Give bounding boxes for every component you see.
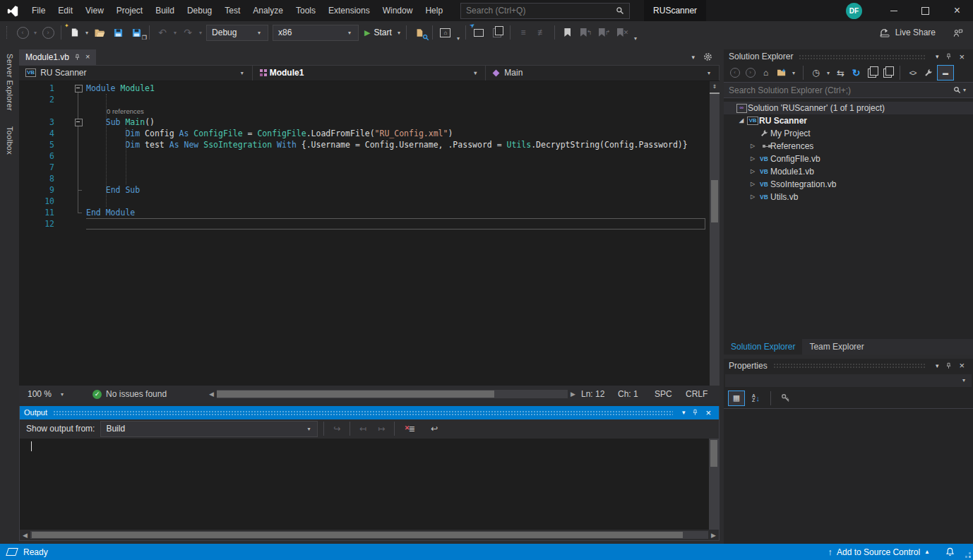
collapsed-arrow-icon[interactable]: ▷ — [748, 156, 758, 162]
solution-platform-combo[interactable]: x86 ▾ — [273, 25, 359, 41]
show-all-files-button[interactable]: ▬ — [937, 65, 954, 81]
code-line-6[interactable] — [86, 150, 720, 162]
redo-dropdown[interactable]: ▾ — [197, 30, 204, 36]
sidebar-tab-toolbox[interactable]: Toolbox — [6, 126, 14, 155]
close-button[interactable]: × — [941, 0, 973, 21]
menu-build[interactable]: Build — [149, 0, 181, 21]
copy-selection-button[interactable] — [488, 24, 506, 41]
save-all-button[interactable]: ❐ — [127, 24, 145, 41]
window-position-dropdown[interactable]: ▾ — [932, 362, 943, 369]
goto-source-button[interactable]: ↪ — [328, 420, 346, 437]
view-code-button[interactable]: <> — [906, 66, 919, 80]
solution-configuration-combo[interactable]: Debug ▾ — [206, 25, 268, 41]
previous-bookmark-button[interactable]: ↰ — [577, 24, 595, 41]
zoom-combo[interactable]: 100 % ▾ — [19, 389, 73, 399]
expanded-arrow-icon[interactable]: ◢ — [736, 118, 746, 124]
solution-explorer-search-input[interactable]: Search Solution Explorer (Ctrl+;) ▾ — [724, 82, 973, 98]
pin-icon[interactable] — [74, 54, 80, 61]
tree-item-references[interactable]: ▷References — [724, 140, 973, 153]
editor-options-gear-icon[interactable] — [703, 52, 712, 61]
menu-edit[interactable]: Edit — [52, 0, 79, 21]
document-tab-module1[interactable]: Module1.vb × — [19, 49, 96, 65]
menu-project[interactable]: Project — [110, 0, 149, 21]
code-line-5[interactable]: Dim test As New SsoIntegration With {.Us… — [86, 139, 720, 150]
pin-icon[interactable] — [942, 362, 955, 369]
scrollbar-thumb[interactable] — [32, 532, 683, 538]
search-input[interactable]: Search (Ctrl+Q) — [460, 3, 630, 19]
pin-icon[interactable] — [942, 53, 955, 60]
line-indicator[interactable]: Ln: 12 — [581, 389, 618, 399]
output-title-bar[interactable]: Output ▾ × — [20, 406, 719, 419]
undo-dropdown[interactable]: ▾ — [172, 30, 179, 36]
menu-debug[interactable]: Debug — [181, 0, 218, 21]
tab-team-explorer[interactable]: Team Explorer — [802, 339, 871, 355]
notifications-bell-icon[interactable] — [945, 547, 955, 556]
code-line-2[interactable] — [86, 94, 720, 105]
next-message-button[interactable]: ↦ — [372, 420, 390, 437]
se-home-button[interactable]: ⌂ — [759, 66, 772, 80]
navigate-forward-button[interactable]: › — [39, 24, 57, 41]
menu-window[interactable]: Window — [376, 0, 419, 21]
menu-view[interactable]: View — [79, 0, 110, 21]
solution-explorer-header[interactable]: Solution Explorer ▾ × — [724, 49, 973, 64]
split-window-handle[interactable]: ⇕ — [710, 81, 720, 94]
new-item-dropdown[interactable]: ▾ — [83, 30, 90, 36]
code-editor[interactable]: 123456789101112 Module Module10 referenc… — [19, 81, 720, 386]
scrollbar-thumb[interactable] — [217, 391, 494, 398]
code-line-11[interactable]: End Module — [86, 207, 720, 218]
editor-vertical-scrollbar[interactable]: ⇕ — [710, 81, 720, 386]
comment-button[interactable]: ≡ — [514, 24, 532, 41]
undo-button[interactable]: ↶ — [153, 24, 172, 41]
live-share-button[interactable]: Live Share — [880, 28, 973, 37]
navigate-back-button[interactable]: ‹ — [13, 24, 32, 41]
previous-message-button[interactable]: ↤ — [354, 420, 372, 437]
search-options-dropdown[interactable]: ▾ — [961, 87, 968, 93]
menu-extensions[interactable]: Extensions — [322, 0, 376, 21]
background-tasks-icon[interactable] — [6, 548, 18, 556]
window-position-dropdown[interactable]: ▾ — [932, 53, 943, 60]
menu-tools[interactable]: Tools — [289, 0, 322, 21]
scroll-left-icon[interactable]: ◀ — [206, 391, 217, 398]
start-dropdown[interactable]: ▾ — [395, 30, 402, 36]
pin-icon[interactable] — [688, 409, 702, 416]
navigate-back-dropdown[interactable]: ▾ — [32, 30, 39, 36]
output-content[interactable] — [20, 439, 719, 530]
close-tab-icon[interactable]: × — [85, 53, 90, 61]
toggle-bookmark-button[interactable] — [559, 24, 577, 41]
menu-analyze[interactable]: Analyze — [246, 0, 289, 21]
overflow-dropdown[interactable]: ▾ — [455, 35, 462, 44]
tree-item-my-project[interactable]: My Project — [724, 127, 973, 140]
se-forward-button[interactable]: › — [744, 66, 757, 80]
preview-window-button[interactable]: ⌂ — [436, 24, 455, 41]
open-file-button[interactable] — [90, 24, 109, 41]
menu-file[interactable]: File — [25, 0, 52, 21]
bookmark-overflow-dropdown[interactable]: ▾ — [632, 35, 639, 44]
preview-selected-items-button[interactable] — [881, 66, 894, 80]
filter-dropdown[interactable]: ▾ — [825, 70, 832, 76]
send-feedback-icon[interactable] — [953, 28, 963, 37]
code-line-12[interactable] — [86, 218, 705, 230]
save-button[interactable] — [109, 24, 127, 41]
tab-list-dropdown[interactable]: ▾ — [691, 54, 695, 61]
scroll-right-icon[interactable]: ▶ — [568, 391, 578, 398]
find-in-files-button[interactable] — [410, 24, 429, 41]
close-icon[interactable]: × — [702, 407, 715, 418]
switch-views-button[interactable] — [775, 66, 788, 80]
categorized-button[interactable]: ▦ — [728, 391, 745, 406]
line-ending-indicator[interactable]: CRLF — [686, 389, 714, 399]
collapsed-arrow-icon[interactable]: ▷ — [748, 143, 758, 149]
redo-button[interactable]: ↷ — [179, 24, 197, 41]
toggle-word-wrap-button[interactable]: ↩ — [425, 420, 443, 437]
code-line-9[interactable]: End Sub — [86, 184, 720, 196]
output-source-combo[interactable]: Build ▾ — [100, 421, 318, 437]
indent-mode-indicator[interactable]: SPC — [655, 389, 686, 399]
clear-all-button[interactable]: ✕≣ — [402, 420, 421, 437]
close-icon[interactable]: × — [955, 360, 968, 371]
codelens-references[interactable]: 0 references — [86, 107, 144, 115]
tree-item-ru-scanner[interactable]: ◢VBRU Scanner — [724, 114, 973, 127]
collapsed-arrow-icon[interactable]: ▷ — [748, 194, 758, 200]
property-pages-button[interactable] — [779, 391, 792, 405]
alphabetical-button[interactable]: AZ↓ — [749, 391, 763, 405]
close-icon[interactable]: × — [955, 52, 968, 62]
menu-test[interactable]: Test — [218, 0, 246, 21]
